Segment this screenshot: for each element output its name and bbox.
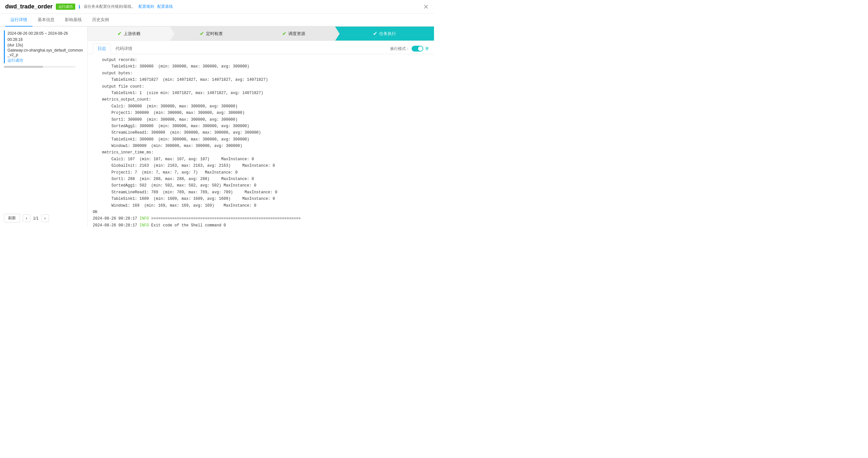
log-line: 2024-08-26 00:28:17 INFO ===============…: [93, 215, 429, 222]
log-line: TableSink1: 300000 (min: 300000, max: 30…: [93, 136, 429, 143]
sidebar-run-item: 2024-08-26 00:28:05 ~ 2024-08-26 00:28:1…: [4, 30, 83, 63]
sidebar-time-range: 2024-08-26 00:28:05 ~ 2024-08-26 00:28:1…: [7, 30, 83, 43]
log-area[interactable]: output records: TableSink1: 300000 (min:…: [88, 54, 434, 226]
sidebar-bottom: 刷新 ‹ 1/1 ›: [4, 214, 49, 222]
log-line: Calc1: 107 (min: 107, max: 107, avg: 107…: [93, 156, 429, 162]
upstream-check-icon: ✔: [117, 30, 122, 37]
header: dwd_trade_order 运行成功 ℹ 该任务未配置任何规则/基线。 配置…: [0, 0, 434, 13]
pipeline-step-schedule: ✔ 定时检查: [170, 27, 252, 40]
prev-page-button[interactable]: ‹: [23, 214, 30, 222]
tab-history[interactable]: 历史实例: [87, 13, 114, 26]
log-line: SortedAgg1: 502 (min: 502, max: 502, avg…: [93, 182, 429, 189]
sidebar-duration: (dur 13s): [7, 43, 83, 48]
log-line: Project1: 7 (min: 7, max: 7, avg: 7) Max…: [93, 169, 429, 176]
log-line: GlobalInit: 2163 (min: 2163, max: 2163, …: [93, 162, 429, 169]
pipeline-step-resource: ✔ 调度资源: [253, 27, 335, 40]
pipeline-step-upstream: ✔ 上游依赖: [88, 27, 170, 40]
info-icon: ℹ: [79, 4, 81, 10]
log-line: Sort1: 288 (min: 288, max: 288, avg: 288…: [93, 176, 429, 182]
status-badge: 运行成功: [56, 4, 75, 10]
log-line: Calc1: 300000 (min: 300000, max: 300000,…: [93, 103, 429, 110]
pipeline-step-execute: ✔ 任务执行: [335, 27, 434, 40]
log-line: output records:: [93, 57, 429, 63]
log-line: StreamLineRead1: 300000 (min: 300000, ma…: [93, 129, 429, 136]
sidebar: 2024-08-26 00:28:05 ~ 2024-08-26 00:28:1…: [0, 27, 88, 226]
main-layout: 2024-08-26 00:28:05 ~ 2024-08-26 00:28:1…: [0, 27, 434, 226]
log-line: SortedAgg1: 300000 (min: 300000, max: 30…: [93, 123, 429, 129]
close-button[interactable]: ✕: [423, 4, 429, 10]
toggle-state: 开: [425, 47, 429, 51]
log-line: metrics_inner_time_ms:: [93, 149, 429, 156]
log-line: output file count:: [93, 83, 429, 90]
sub-tab-code[interactable]: 代码详情: [111, 44, 137, 54]
toggle-area: 换行模式： 开: [390, 46, 429, 52]
resource-check-icon: ✔: [282, 30, 286, 37]
config-rule-link[interactable]: 配置规则: [138, 4, 154, 9]
sidebar-scrollbar-thumb: [4, 66, 43, 68]
log-line: Window1: 169 (min: 169, max: 169, avg: 1…: [93, 203, 429, 209]
log-line: output bytes:: [93, 70, 429, 77]
sub-tabs-bar: 日志 代码详情 换行模式： 开: [88, 41, 434, 54]
log-line: StreamLineRead1: 789 (min: 789, max: 789…: [93, 189, 429, 195]
sidebar-scrollbar-track: [4, 66, 75, 68]
execute-check-icon: ✔: [373, 30, 377, 37]
sidebar-run-status[interactable]: 运行成功: [7, 58, 83, 63]
resource-label: 调度资源: [288, 31, 305, 37]
upstream-label: 上游依赖: [124, 31, 141, 37]
log-line: TableSink1: 1609 (min: 1609, max: 1609, …: [93, 195, 429, 202]
toggle-label-prefix: 换行模式：: [390, 46, 410, 52]
log-line: Sort1: 300000 (min: 300000, max: 300000,…: [93, 117, 429, 123]
log-container: output records: TableSink1: 300000 (min:…: [93, 57, 429, 226]
log-line: OK: [93, 209, 429, 215]
sidebar-gateway: Gateway:cn-shanghai.sys_default_common_v…: [7, 48, 83, 57]
tab-impact-baseline[interactable]: 影响基线: [60, 13, 87, 26]
pipeline-steps: ✔ 上游依赖 ✔ 定时检查 ✔ 调度资源 ✔ 任务执行: [88, 27, 434, 41]
log-line: metrics_output_count:: [93, 96, 429, 103]
log-line: TableSink1: 300000 (min: 300000, max: 30…: [93, 63, 429, 70]
schedule-check-icon: ✔: [200, 30, 204, 37]
config-baseline-link[interactable]: 配置基线: [157, 4, 173, 9]
log-line: TableSink1: 1 (size min: 14071827, max: …: [93, 90, 429, 96]
log-line: 2024-08-26 00:28:17 INFO Exit code of th…: [93, 222, 429, 226]
content-area: ✔ 上游依赖 ✔ 定时检查 ✔ 调度资源 ✔ 任务执行: [88, 27, 434, 226]
tab-basic-info[interactable]: 基本信息: [32, 13, 60, 26]
info-text: 该任务未配置任何规则/基线。: [84, 4, 135, 9]
toggle-switch[interactable]: [412, 46, 423, 52]
log-line: TableSink1: 14071827 (min: 14071827, max…: [93, 77, 429, 83]
next-page-button[interactable]: ›: [41, 214, 49, 222]
log-line: Window1: 300000 (min: 300000, max: 30000…: [93, 143, 429, 149]
execute-label: 任务执行: [379, 31, 396, 37]
sub-tab-log[interactable]: 日志: [93, 43, 111, 54]
tab-run-detail[interactable]: 运行详情: [5, 13, 32, 27]
page-title: dwd_trade_order: [5, 3, 53, 10]
nav-tabs: 运行详情 基本信息 影响基线 历史实例: [0, 13, 434, 27]
refresh-button[interactable]: 刷新: [4, 214, 20, 222]
schedule-label: 定时检查: [206, 31, 223, 37]
log-line: Project1: 300000 (min: 300000, max: 3000…: [93, 110, 429, 116]
pagination-text: 1/1: [33, 216, 39, 220]
